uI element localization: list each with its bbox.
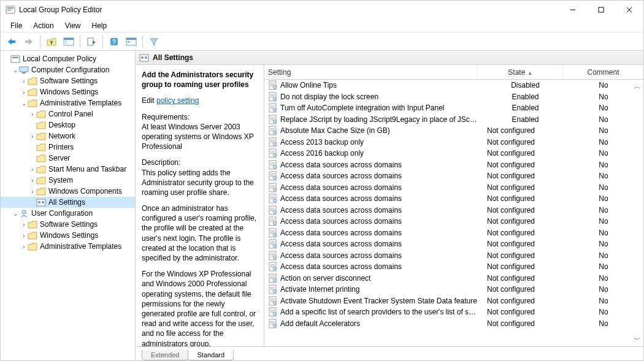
- menu-view[interactable]: View: [60, 20, 86, 31]
- tree-printers[interactable]: Printers: [1, 142, 135, 153]
- menu-help[interactable]: Help: [87, 20, 112, 31]
- tree-admin-templates[interactable]: ⌄Administrative Templates: [1, 97, 135, 108]
- svg-rect-138: [270, 322, 275, 323]
- help-button[interactable]: ?: [107, 34, 121, 49]
- row-setting: Absolute Max Cache Size (in GB): [280, 126, 478, 135]
- list-row[interactable]: Access data sources across domainsNot co…: [264, 238, 643, 250]
- list-body[interactable]: Allow Online TipsDisabledNoDo not displa…: [264, 80, 643, 346]
- tree-desktop[interactable]: Desktop: [1, 120, 135, 131]
- chevron-right-icon[interactable]: ›: [29, 188, 36, 195]
- svg-rect-122: [270, 287, 275, 287]
- toolbar-separator: [40, 36, 40, 48]
- svg-rect-114: [270, 267, 274, 267]
- svg-rect-98: [270, 232, 275, 232]
- list-row[interactable]: Access data sources across domainsNot co…: [264, 261, 643, 273]
- list-row[interactable]: Access data sources across domainsNot co…: [264, 170, 643, 182]
- list-row[interactable]: Absolute Max Cache Size (in GB)Not confi…: [264, 125, 643, 137]
- chevron-right-icon[interactable]: ›: [29, 177, 36, 184]
- svg-rect-107: [270, 253, 275, 254]
- properties-button[interactable]: [124, 34, 139, 49]
- list-row[interactable]: Access data sources across domainsNot co…: [264, 159, 643, 171]
- tree-label: Administrative Templates: [40, 242, 121, 251]
- list-row[interactable]: Access data sources across domainsNot co…: [264, 182, 643, 194]
- minimize-button[interactable]: [559, 1, 587, 19]
- show-hide-tree-button[interactable]: [61, 34, 76, 49]
- close-button[interactable]: [615, 1, 643, 19]
- chevron-down-icon[interactable]: ⌄: [12, 210, 19, 217]
- policy-icon: [10, 55, 20, 63]
- column-state[interactable]: State ▲: [478, 66, 564, 79]
- tree-network[interactable]: ›Network: [1, 131, 135, 142]
- tree-start-menu[interactable]: ›Start Menu and Taskbar: [1, 164, 135, 175]
- svg-rect-123: [270, 288, 275, 289]
- chevron-right-icon[interactable]: ›: [29, 111, 36, 118]
- content-header-title: All Settings: [153, 53, 193, 62]
- list-row[interactable]: Add default AcceleratorsNot configuredNo: [264, 318, 643, 330]
- export-button[interactable]: [84, 34, 99, 49]
- filter-button[interactable]: [147, 34, 161, 49]
- tree-pane[interactable]: Local Computer Policy ⌄Computer Configur…: [1, 51, 136, 360]
- scroll-up-icon[interactable]: ︿: [633, 82, 642, 91]
- row-setting: Allow Online Tips: [280, 81, 478, 89]
- list-row[interactable]: Access data sources across domainsNot co…: [264, 250, 643, 262]
- tree-control-panel[interactable]: ›Control Panel: [1, 108, 135, 120]
- row-comment: No: [564, 206, 643, 215]
- tree-windows-components[interactable]: ›Windows Components: [1, 186, 135, 197]
- list-row[interactable]: Activate Internet printingNot configured…: [264, 284, 643, 295]
- chevron-right-icon[interactable]: ›: [29, 166, 36, 173]
- svg-rect-112: [270, 264, 275, 265]
- row-comment: No: [564, 194, 643, 203]
- chevron-right-icon[interactable]: ›: [20, 78, 28, 85]
- tree-user-config[interactable]: ⌄User Configuration: [1, 208, 135, 219]
- tree-user-software[interactable]: ›Software Settings: [1, 219, 135, 230]
- list-row[interactable]: Access data sources across domainsNot co…: [264, 193, 643, 205]
- column-setting[interactable]: Setting: [264, 66, 478, 79]
- chevron-down-icon[interactable]: ⌄: [20, 100, 28, 107]
- maximize-button[interactable]: [587, 1, 615, 19]
- tree-computer-config[interactable]: ⌄Computer Configuration: [1, 64, 135, 75]
- row-comment: No: [564, 149, 643, 158]
- list-row[interactable]: Allow Online TipsDisabledNo: [264, 80, 643, 91]
- tree-windows-settings[interactable]: ›Windows Settings: [1, 86, 135, 97]
- chevron-right-icon[interactable]: ›: [20, 232, 28, 239]
- tree-all-settings[interactable]: All Settings: [1, 197, 135, 208]
- chevron-right-icon[interactable]: ›: [20, 89, 28, 96]
- folder-icon: [36, 132, 46, 140]
- tree-root[interactable]: Local Computer Policy: [1, 53, 135, 64]
- tree-server[interactable]: Server: [1, 153, 135, 164]
- forward-button[interactable]: [21, 34, 36, 49]
- svg-rect-67: [270, 162, 275, 163]
- tab-extended[interactable]: Extended: [142, 350, 188, 360]
- up-folder-button[interactable]: [44, 34, 59, 49]
- svg-point-50: [274, 120, 277, 123]
- list-row[interactable]: Add a specific list of search providers …: [264, 306, 643, 318]
- list-row[interactable]: Action on server disconnectNot configure…: [264, 273, 643, 284]
- list-row[interactable]: Replace JScript by loading JScript9Legac…: [264, 114, 643, 126]
- chevron-down-icon[interactable]: ⌄: [12, 67, 19, 74]
- list-row[interactable]: Access 2016 backup onlyNot configuredNo: [264, 148, 643, 159]
- chevron-right-icon[interactable]: ›: [29, 133, 36, 140]
- list-row[interactable]: Access data sources across domainsNot co…: [264, 227, 643, 239]
- svg-rect-139: [270, 324, 274, 324]
- tree-user-admin[interactable]: ›Administrative Templates: [1, 241, 135, 252]
- scroll-down-icon[interactable]: ﹀: [633, 335, 642, 344]
- list-row[interactable]: Access data sources across domainsNot co…: [264, 216, 643, 227]
- tree-user-windows[interactable]: ›Windows Settings: [1, 230, 135, 241]
- list-row[interactable]: Access 2013 backup onlyNot configuredNo: [264, 137, 643, 148]
- chevron-right-icon[interactable]: ›: [20, 243, 28, 250]
- back-button[interactable]: [4, 34, 19, 49]
- list-row[interactable]: Do not display the lock screenEnabledNo: [264, 91, 643, 103]
- svg-rect-92: [270, 219, 275, 219]
- list-row[interactable]: Access data sources across domainsNot co…: [264, 205, 643, 216]
- menu-action[interactable]: Action: [28, 20, 58, 31]
- edit-policy-link[interactable]: policy setting: [156, 96, 199, 105]
- chevron-right-icon[interactable]: ›: [20, 221, 28, 228]
- list-row[interactable]: Turn off AutoComplete integration with I…: [264, 102, 643, 114]
- svg-rect-118: [270, 277, 275, 278]
- menu-file[interactable]: File: [6, 20, 27, 31]
- tree-system[interactable]: ›System: [1, 175, 135, 186]
- tab-standard[interactable]: Standard: [188, 350, 234, 360]
- list-row[interactable]: Activate Shutdown Event Tracker System S…: [264, 295, 643, 307]
- tree-software-settings[interactable]: ›Software Settings: [1, 75, 135, 86]
- column-comment[interactable]: Comment: [564, 66, 643, 79]
